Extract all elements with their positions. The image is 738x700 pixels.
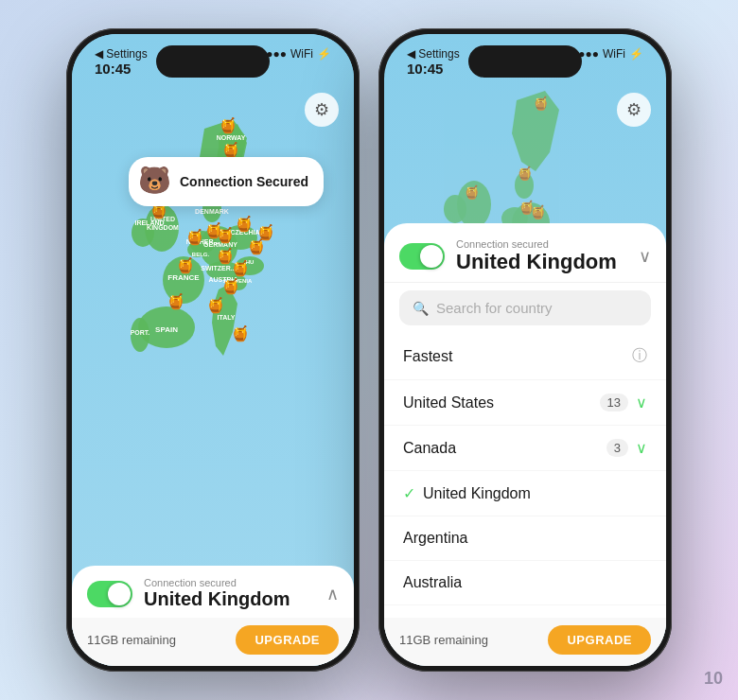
svg-text:🍯: 🍯 [533,96,550,112]
time-left: 10:45 [95,61,148,77]
country-name-us: United States [403,394,600,411]
upgrade-button-left[interactable]: UPGRADE [236,625,339,655]
status-icons-left: ●●● WiFi ⚡ [266,47,331,61]
bottom-bar-left: 11GB remaining UPGRADE [72,618,354,666]
panel-connection-info: Connection secured United Kingdom [456,238,627,274]
connection-label-left: Connection secured [144,577,315,588]
bottom-bar-right: 11GB remaining UPGRADE [384,618,666,666]
country-name-argentina: Argentina [403,530,647,547]
svg-text:🍯: 🍯 [216,226,235,244]
search-placeholder: Search for country [436,300,553,316]
gear-button-right[interactable]: ⚙ [617,93,651,127]
phone-right: ◀ Settings 10:45 ●●● WiFi ⚡ ⚙ 🍯 🍯 🍯 🍯 [378,28,672,672]
connection-country-left: United Kingdom [144,588,315,610]
svg-text:🍯: 🍯 [256,223,275,241]
chevron-icon-us: ∨ [636,394,647,411]
country-badge-us: 13 [600,394,628,411]
svg-text:🍯: 🍯 [219,116,237,134]
time-right: 10:45 [407,61,460,77]
svg-text:🍯: 🍯 [176,256,195,274]
chevron-up-left[interactable]: ∧ [326,584,339,604]
chevron-icon-canada: ∨ [636,439,647,457]
svg-text:FRANCE: FRANCE [167,273,200,282]
svg-text:DENMARK: DENMARK [195,208,229,215]
data-remaining-right: 11GB remaining [399,633,488,647]
svg-text:NORWAY: NORWAY [217,134,246,141]
panel-country-name: United Kingdom [456,250,627,274]
country-name-australia: Australia [403,574,647,591]
svg-text:KINGDOM: KINGDOM [147,224,179,231]
svg-text:ITALY: ITALY [217,314,235,321]
bear-icon: 🐻 [138,165,172,199]
back-button-right[interactable]: ◀ Settings [407,47,460,61]
connection-info-left: Connection secured United Kingdom [144,577,315,610]
info-icon-fastest: ⓘ [632,346,647,366]
watermark: 10 [704,669,723,689]
connection-secured-text: Connection Secured [180,174,308,189]
svg-text:SPAIN: SPAIN [155,325,178,334]
svg-text:🍯: 🍯 [517,166,534,182]
toggle-knob-left [108,583,131,605]
back-button-left[interactable]: ◀ Settings [95,47,148,61]
gear-icon-right: ⚙ [626,99,641,120]
svg-text:🍯: 🍯 [530,204,547,220]
toggle-knob-right [420,245,443,268]
svg-text:PORT.: PORT. [131,329,150,336]
country-badge-canada: 3 [606,439,628,457]
country-name-uk: United Kingdom [423,485,647,502]
country-list-panel: Connection secured United Kingdom ∨ 🔍 Se… [384,223,666,666]
gear-button-left[interactable]: ⚙ [305,93,339,127]
country-name-fastest: Fastest [403,348,632,365]
svg-text:🍯: 🍯 [216,247,235,265]
list-item-fastest[interactable]: Fastest ⓘ [384,333,666,380]
dynamic-island-right [468,45,582,78]
gear-icon-left: ⚙ [314,99,329,120]
vpn-toggle-left[interactable] [87,581,132,607]
search-icon: 🔍 [413,301,429,316]
connection-badge-map: 🐻 Connection Secured [129,157,324,206]
list-item-argentina[interactable]: Argentina [384,516,666,561]
vpn-toggle-right[interactable] [399,243,445,270]
list-item-australia[interactable]: Australia [384,561,666,605]
phone-left: ◀ Settings 10:45 ●●● WiFi ⚡ [66,28,360,672]
status-icons-right: ●●● WiFi ⚡ [578,47,643,61]
panel-connection-label: Connection secured [456,238,627,250]
svg-text:🍯: 🍯 [206,296,225,314]
panel-header: Connection secured United Kingdom ∨ [384,223,666,283]
connection-row-left: Connection secured United Kingdom ∧ [72,566,354,618]
list-item-uk[interactable]: ✓ United Kingdom [384,471,666,516]
svg-text:🍯: 🍯 [221,277,240,295]
data-remaining-left: 11GB remaining [87,633,176,647]
dynamic-island-left [156,45,270,78]
list-item-canada[interactable]: Canada 3 ∨ [384,426,666,471]
list-item-us[interactable]: United States 13 ∨ [384,380,666,426]
bottom-panel-left: Connection secured United Kingdom ∧ 11GB… [72,566,354,666]
svg-text:🍯: 🍯 [235,215,254,233]
list-item-austria[interactable]: Austria [384,605,666,618]
search-bar[interactable]: 🔍 Search for country [399,290,651,325]
svg-text:🍯: 🍯 [167,292,185,310]
svg-text:🍯: 🍯 [464,184,481,201]
upgrade-button-right[interactable]: UPGRADE [548,625,651,655]
svg-text:🍯: 🍯 [185,228,204,246]
svg-text:🍯: 🍯 [231,324,250,342]
country-list: Fastest ⓘ United States 13 ∨ Canada 3 ∨ … [384,333,666,618]
chevron-down-icon[interactable]: ∨ [639,246,651,267]
check-icon-uk: ✓ [403,484,415,502]
country-name-canada: Canada [403,440,606,457]
